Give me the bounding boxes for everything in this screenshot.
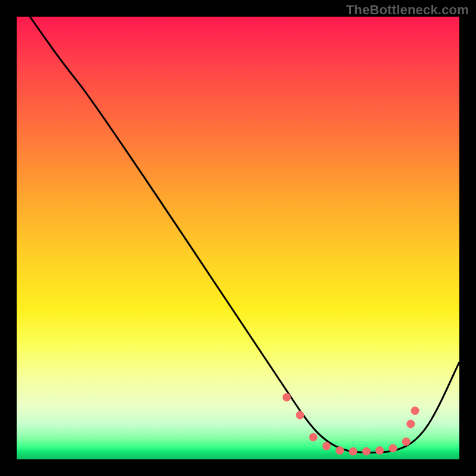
plot-area — [17, 17, 459, 459]
marker-dot — [375, 446, 384, 455]
chart-frame: TheBottleneck.com — [0, 0, 476, 476]
marker-dot — [402, 437, 411, 446]
marker-dot — [322, 442, 331, 450]
marker-dot — [336, 446, 344, 455]
marker-dot — [362, 447, 371, 456]
marker-dot — [283, 393, 291, 402]
marker-dot — [349, 447, 357, 456]
marker-dot — [411, 406, 419, 415]
marker-group — [283, 393, 419, 456]
marker-dot — [296, 411, 304, 419]
bottleneck-curve — [30, 17, 459, 453]
attribution-label: TheBottleneck.com — [346, 2, 469, 18]
marker-dot — [406, 420, 415, 428]
curve-layer — [17, 17, 459, 459]
marker-dot — [309, 433, 318, 441]
marker-dot — [389, 444, 397, 452]
